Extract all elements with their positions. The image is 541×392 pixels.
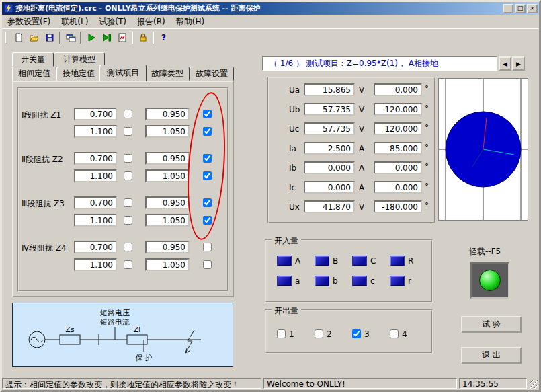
new-document-button[interactable] bbox=[11, 30, 26, 45]
app-icon bbox=[3, 3, 13, 13]
menu-item-help[interactable]: 帮助(H) bbox=[171, 15, 210, 29]
output-checkbox-2[interactable] bbox=[315, 329, 323, 338]
measurement-angle-input[interactable] bbox=[374, 122, 422, 135]
exit-button[interactable]: 退 出 bbox=[461, 347, 522, 364]
close-button[interactable]: × bbox=[527, 4, 538, 13]
run-button[interactable] bbox=[83, 30, 99, 45]
minimize-button[interactable]: _ bbox=[503, 4, 513, 13]
impedance-left-checkbox[interactable] bbox=[124, 216, 132, 225]
menu-item-connect[interactable]: 联机(L) bbox=[56, 15, 93, 29]
degree-label: ° bbox=[425, 123, 429, 132]
impedance-right-checkbox[interactable] bbox=[203, 198, 212, 207]
impedance-value-input[interactable] bbox=[145, 152, 190, 165]
impedance-right-checkbox[interactable] bbox=[203, 243, 212, 251]
input-indicator-label: R bbox=[408, 256, 413, 266]
degree-label: ° bbox=[425, 162, 429, 171]
impedance-right-checkbox[interactable] bbox=[203, 260, 212, 269]
impedance-value-input[interactable] bbox=[74, 152, 117, 165]
menu-item-test[interactable]: 试验(T) bbox=[93, 15, 132, 29]
measurement-angle-input[interactable] bbox=[374, 200, 422, 213]
impedance-value-input[interactable] bbox=[145, 241, 190, 253]
impedance-value-input[interactable] bbox=[74, 169, 117, 182]
digital-inputs-title: 开入量 bbox=[272, 235, 301, 247]
impedance-value-input[interactable] bbox=[74, 258, 117, 271]
test-button[interactable]: 试 验 bbox=[461, 316, 522, 333]
output-checkbox-1[interactable] bbox=[277, 329, 286, 338]
measurement-value-input[interactable] bbox=[304, 103, 355, 116]
impedance-value-input[interactable] bbox=[74, 196, 117, 209]
impedance-group-label: Ⅳ段阻抗 Z4 bbox=[22, 243, 67, 254]
impedance-left-checkbox[interactable] bbox=[124, 127, 132, 136]
measurement-value-input[interactable] bbox=[304, 161, 355, 174]
output-checkbox-3[interactable] bbox=[352, 329, 361, 338]
impedance-value-input[interactable] bbox=[145, 258, 190, 271]
unit-label: A bbox=[359, 183, 364, 192]
measurement-value-input[interactable] bbox=[304, 142, 355, 155]
digital-outputs-title: 开出量 bbox=[272, 305, 301, 317]
impedance-value-input[interactable] bbox=[74, 241, 117, 253]
light-load-button[interactable] bbox=[470, 262, 509, 299]
impedance-value-input[interactable] bbox=[145, 214, 190, 227]
impedance-right-checkbox[interactable] bbox=[203, 127, 212, 136]
input-indicator-label: c bbox=[370, 276, 375, 286]
menu-item-parameters[interactable]: 参数设置(F) bbox=[2, 15, 56, 29]
tab-calc-model[interactable]: 计算模型 bbox=[54, 52, 105, 67]
input-indicator-led-C bbox=[352, 256, 367, 266]
impedance-left-checkbox[interactable] bbox=[124, 198, 132, 207]
unit-label: V bbox=[359, 105, 364, 114]
run-to-end-icon bbox=[101, 32, 112, 43]
toolbar-grip[interactable] bbox=[5, 32, 7, 44]
lock-button[interactable] bbox=[135, 30, 151, 45]
impedance-value-input[interactable] bbox=[145, 169, 190, 182]
impedance-left-checkbox[interactable] bbox=[124, 243, 132, 251]
resize-grip[interactable] bbox=[530, 380, 538, 389]
impedance-right-checkbox[interactable] bbox=[203, 171, 212, 180]
impedance-value-input[interactable] bbox=[74, 125, 117, 138]
tab-fault-type[interactable]: 故障类型 bbox=[145, 67, 190, 81]
cascade-windows-button[interactable] bbox=[63, 30, 78, 45]
impedance-right-checkbox[interactable] bbox=[203, 110, 212, 118]
tab-switch-quantity[interactable]: 开关量 bbox=[12, 52, 54, 67]
circuit-short-voltage-label: 短路电压 bbox=[100, 309, 130, 317]
impedance-left-checkbox[interactable] bbox=[124, 154, 132, 163]
impedance-left-checkbox[interactable] bbox=[124, 260, 132, 269]
measurement-value-input[interactable] bbox=[304, 200, 355, 213]
help-button[interactable]: ? bbox=[156, 30, 171, 45]
prev-test-button[interactable]: ◀ bbox=[499, 56, 511, 71]
output-checkbox-4[interactable] bbox=[390, 329, 399, 338]
impedance-value-input[interactable] bbox=[74, 214, 117, 227]
impedance-right-checkbox[interactable] bbox=[203, 216, 212, 225]
tab-fault-config[interactable]: 故障设置 bbox=[190, 67, 234, 81]
unit-label: V bbox=[359, 85, 364, 95]
measurement-angle-input[interactable] bbox=[374, 83, 422, 96]
impedance-left-checkbox[interactable] bbox=[124, 110, 132, 118]
menu-item-report[interactable]: 报告(R) bbox=[132, 15, 171, 29]
impedance-right-checkbox[interactable] bbox=[203, 154, 212, 163]
tab-test-items-active[interactable]: 测试项目 bbox=[99, 65, 147, 81]
input-indicator-label: B bbox=[333, 256, 338, 266]
run-continuous-button[interactable] bbox=[99, 30, 114, 45]
measurement-angle-input[interactable] bbox=[374, 161, 422, 174]
measurement-value-input[interactable] bbox=[304, 181, 355, 194]
unit-label: A bbox=[359, 144, 364, 153]
open-file-button[interactable] bbox=[26, 30, 42, 45]
impedance-value-input[interactable] bbox=[145, 125, 190, 138]
impedance-left-checkbox[interactable] bbox=[124, 171, 132, 180]
impedance-value-input[interactable] bbox=[74, 108, 117, 120]
tab-ground-settings[interactable]: 接地定值 bbox=[56, 67, 101, 81]
tab-phase-settings[interactable]: 相间定值 bbox=[12, 67, 56, 81]
measurement-value-input[interactable] bbox=[304, 122, 355, 135]
measurement-label: Ux bbox=[289, 202, 300, 212]
impedance-value-input[interactable] bbox=[145, 196, 190, 209]
save-button[interactable] bbox=[42, 30, 57, 45]
report-button[interactable] bbox=[114, 30, 130, 45]
cascade-windows-icon bbox=[65, 32, 76, 43]
measurement-angle-input[interactable] bbox=[374, 181, 422, 194]
maximize-button[interactable]: □ bbox=[515, 4, 526, 13]
impedance-value-input[interactable] bbox=[145, 108, 190, 120]
measurement-angle-input[interactable] bbox=[374, 142, 422, 155]
next-test-button[interactable]: ▶ bbox=[512, 56, 525, 71]
input-indicator-label: A bbox=[295, 256, 300, 266]
measurement-angle-input[interactable] bbox=[374, 103, 422, 116]
measurement-value-input[interactable] bbox=[304, 83, 355, 96]
